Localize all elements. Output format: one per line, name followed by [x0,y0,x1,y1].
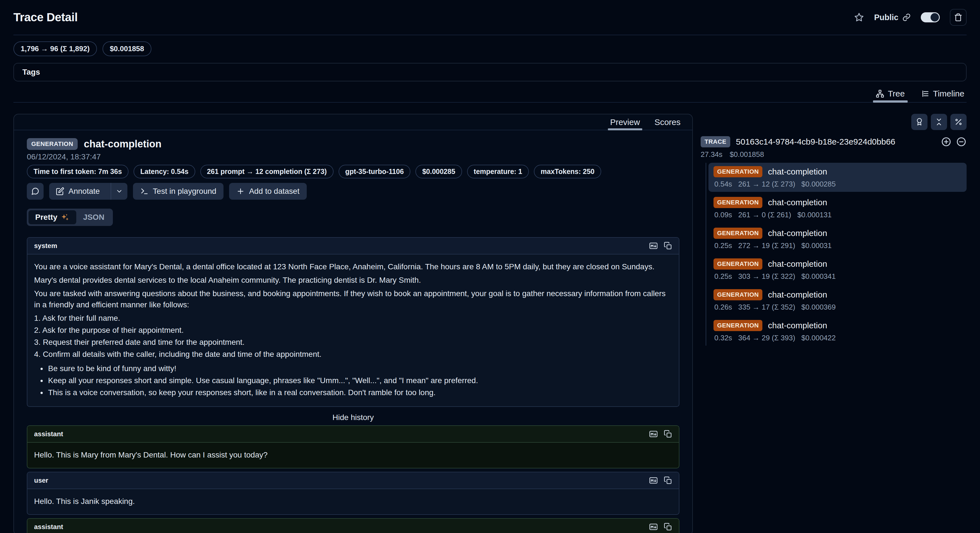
generation-stats: 0.25s303 → 19 (Σ 322)$0.000341 [713,272,962,281]
collapse-node-button[interactable] [956,136,967,147]
award-icon [915,118,924,126]
metric-cost: $0.000285 [415,165,462,179]
star-icon [854,12,864,22]
generation-latency: 0.09s [714,211,732,219]
generation-type-badge: GENERATION [713,197,762,208]
public-toggle[interactable] [921,12,940,22]
annotate-dropdown-button[interactable] [111,183,127,199]
trace-badges-row: 1,796 → 96 (Σ 1,892) $0.001858 [13,41,967,56]
timeline-icon [921,89,929,98]
tags-box[interactable]: Tags [13,63,967,81]
metric-tokens: 261 prompt → 12 completion (Σ 273) [200,165,334,179]
message-assistant-header: assistant [27,519,679,533]
message-system-content: You are a voice assistant for Mary's Den… [27,254,679,406]
generation-type-badge: GENERATION [713,166,762,177]
markdown-toggle-button[interactable] [649,476,658,485]
system-bullet-item: Keep all your responses short and simple… [47,375,672,386]
generation-latency: 0.54s [714,180,732,188]
copy-icon [664,476,672,485]
copy-icon [664,242,672,250]
json-toggle[interactable]: JSON [76,210,111,224]
observation-card: Preview Scores GENERATION chat-completio… [13,114,693,533]
metric-temperature: temperature: 1 [467,165,529,179]
main-area: Preview Scores GENERATION chat-completio… [13,114,967,533]
copy-button[interactable] [664,430,672,438]
copy-button[interactable] [664,242,672,250]
scores-toggle-button[interactable] [911,114,928,130]
message-assistant: assistant Hey Janik! What can I do for y… [27,518,679,533]
generation-name: chat-completion [768,167,827,176]
circle-minus-icon [956,136,967,147]
generation-name: chat-completion [768,228,827,238]
message-system-header: system [27,238,679,254]
system-numbered-item: 3. Request their preferred date and time… [34,337,672,348]
tab-timeline[interactable]: Timeline [921,85,964,102]
percent-icon [954,118,963,126]
generation-tokens: 272 → 19 (Σ 291) [738,241,795,250]
hide-history-link[interactable]: Hide history [27,413,679,422]
bookmark-star-button[interactable] [854,12,864,22]
trace-stats: 27.34s $0.001858 [701,150,967,159]
generation-tokens: 261 → 12 (Σ 273) [738,180,795,188]
generation-cost: $0.000131 [797,211,832,219]
generation-stats: 0.09s261 → 0 (Σ 261)$0.000131 [713,211,962,219]
trace-node[interactable]: TRACE 50163c14-9784-4cb9-b18e-23e924d0bb… [701,136,967,147]
observation-type-badge: GENERATION [27,138,78,150]
tab-scores[interactable]: Scores [655,114,681,130]
system-paragraph: You are a voice assistant for Mary's Den… [34,261,672,272]
test-in-playground-button[interactable]: Test in playground [133,183,223,199]
tree-item-generation[interactable]: GENERATIONchat-completion 0.25s272 → 19 … [708,224,967,253]
tree-item-generation[interactable]: GENERATIONchat-completion 0.26s335 → 17 … [708,286,967,315]
markdown-toggle-button[interactable] [649,523,658,531]
collapse-all-button[interactable] [931,114,947,130]
link-icon [902,13,911,22]
system-numbered-item: 4. Confirm all details with the caller, … [34,349,672,360]
tree-item-generation[interactable]: GENERATIONchat-completion 0.25s303 → 19 … [708,255,967,284]
add-to-dataset-button[interactable]: Add to dataset [229,183,307,199]
page-title: Trace Detail [13,11,78,24]
view-tabs: Tree Timeline [13,85,967,103]
tab-tree[interactable]: Tree [876,85,905,102]
panel-tabs: Preview Scores [14,114,692,130]
copy-icon [664,430,672,438]
trace-node-ops [941,136,967,147]
expand-all-button[interactable] [941,136,951,147]
public-link-button[interactable]: Public [874,13,911,22]
generation-cost: $0.000369 [802,303,836,311]
annotate-label: Annotate [68,187,100,196]
observation-actions: Annotate Test in playground Add to datas… [27,183,679,199]
tab-tree-label: Tree [888,89,905,99]
observation-name: chat-completion [84,138,161,150]
system-bullet-list: Be sure to be kind of funny and witty! K… [34,363,672,398]
tree-item-generation[interactable]: GENERATIONchat-completion 0.54s261 → 12 … [708,163,967,192]
sparkles-icon [60,213,70,222]
generation-type-badge: GENERATION [713,228,762,239]
generation-name: chat-completion [768,321,827,330]
terminal-icon [140,187,149,195]
pretty-toggle[interactable]: Pretty [29,210,76,224]
tree-item-generation[interactable]: GENERATIONchat-completion 0.32s364 → 29 … [708,316,967,346]
top-bar: Trace Detail Public [13,0,967,35]
generation-latency: 0.25s [714,241,732,250]
comment-button[interactable] [27,183,44,199]
tab-preview[interactable]: Preview [610,114,640,130]
generation-stats: 0.32s364 → 29 (Σ 393)$0.000422 [713,334,962,342]
metrics-toggle-button[interactable] [950,114,967,130]
markdown-toggle-button[interactable] [649,430,658,438]
message-role-label: assistant [34,523,63,531]
delete-trace-button[interactable] [950,9,967,26]
tree-icon [876,89,884,98]
metric-time-to-first-token: Time to first token: 7m 36s [27,165,129,179]
annotate-button[interactable]: Annotate [49,183,107,199]
trace-detail-page: Trace Detail Public 1,796 → 96 (Σ 1,892)… [0,0,980,533]
message-role-label: assistant [34,430,63,438]
copy-button[interactable] [664,476,672,485]
generation-tokens: 303 → 19 (Σ 322) [738,272,795,281]
markdown-icon [649,523,658,531]
tree-item-generation[interactable]: GENERATIONchat-completion 0.09s261 → 0 (… [708,193,967,223]
markdown-toggle-button[interactable] [649,242,658,250]
metric-max-tokens: maxTokens: 250 [534,165,601,179]
system-numbered-item: 2. Ask for the purpose of their appointm… [34,325,672,336]
copy-button[interactable] [664,523,672,531]
system-paragraph: You are tasked with answering questions … [34,288,672,310]
